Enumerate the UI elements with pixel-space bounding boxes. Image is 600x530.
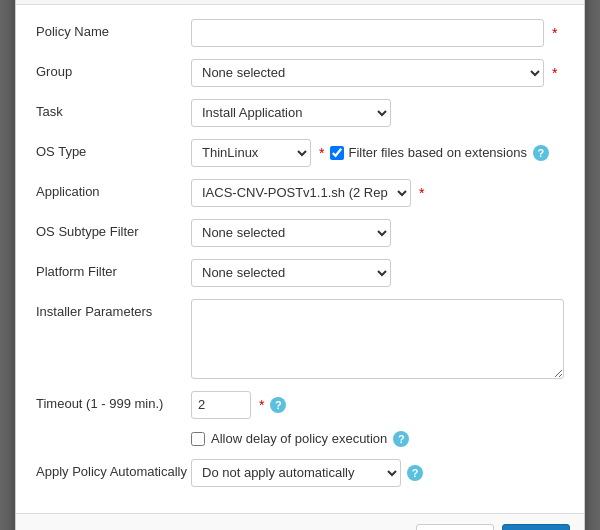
filter-label: Filter files based on extensions	[330, 145, 526, 160]
dialog: Add Standard App Policy × Policy Name * …	[15, 0, 585, 530]
policy-name-required: *	[552, 25, 557, 41]
task-select[interactable]: Install Application	[191, 99, 391, 127]
platform-filter-label: Platform Filter	[36, 259, 191, 279]
apply-policy-row: Apply Policy Automatically Do not apply …	[36, 459, 564, 487]
group-control: None selected *	[191, 59, 564, 87]
task-row: Task Install Application	[36, 99, 564, 127]
os-subtype-row: OS Subtype Filter None selected	[36, 219, 564, 247]
apply-policy-label: Apply Policy Automatically	[36, 459, 191, 479]
timeout-input[interactable]	[191, 391, 251, 419]
application-required: *	[419, 185, 424, 201]
policy-name-control: *	[191, 19, 564, 47]
os-subtype-control: None selected	[191, 219, 564, 247]
policy-name-label: Policy Name	[36, 19, 191, 39]
timeout-row: Timeout (1 - 999 min.) * ?	[36, 391, 564, 419]
apply-policy-select[interactable]: Do not apply automatically	[191, 459, 401, 487]
platform-filter-select[interactable]: None selected	[191, 259, 391, 287]
installer-params-label: Installer Parameters	[36, 299, 191, 319]
os-type-row: OS Type ThinLinux * Filter files based o…	[36, 139, 564, 167]
policy-name-row: Policy Name *	[36, 19, 564, 47]
platform-filter-row: Platform Filter None selected	[36, 259, 564, 287]
allow-delay-label: Allow delay of policy execution	[211, 431, 387, 446]
filter-checkbox-label: Filter files based on extensions	[348, 145, 526, 160]
dialog-body: Policy Name * Group None selected * Task…	[16, 5, 584, 513]
apply-policy-control: Do not apply automatically ?	[191, 459, 564, 487]
os-type-label: OS Type	[36, 139, 191, 159]
installer-params-control	[191, 299, 564, 379]
os-subtype-label: OS Subtype Filter	[36, 219, 191, 239]
application-select[interactable]: IACS-CNV-POSTv1.1.sh (2 Reposi	[191, 179, 411, 207]
timeout-control: * ?	[191, 391, 564, 419]
group-row: Group None selected *	[36, 59, 564, 87]
filter-checkbox[interactable]	[330, 146, 344, 160]
installer-params-textarea[interactable]	[191, 299, 564, 379]
cancel-button[interactable]: Cancel	[416, 524, 494, 531]
os-type-select[interactable]: ThinLinux	[191, 139, 311, 167]
application-row: Application IACS-CNV-POSTv1.1.sh (2 Repo…	[36, 179, 564, 207]
application-control: IACS-CNV-POSTv1.1.sh (2 Reposi *	[191, 179, 564, 207]
installer-params-row: Installer Parameters	[36, 299, 564, 379]
allow-delay-help-icon[interactable]: ?	[393, 431, 409, 447]
allow-delay-row: Allow delay of policy execution ?	[36, 431, 564, 447]
os-subtype-select[interactable]: None selected	[191, 219, 391, 247]
timeout-help-icon[interactable]: ?	[270, 397, 286, 413]
platform-filter-control: None selected	[191, 259, 564, 287]
group-required: *	[552, 65, 557, 81]
group-label: Group	[36, 59, 191, 79]
dialog-footer: Cancel Save	[16, 513, 584, 531]
os-type-required: *	[319, 145, 324, 161]
group-select[interactable]: None selected	[191, 59, 544, 87]
apply-policy-help-icon[interactable]: ?	[407, 465, 423, 481]
application-label: Application	[36, 179, 191, 199]
task-control: Install Application	[191, 99, 564, 127]
policy-name-input[interactable]	[191, 19, 544, 47]
timeout-label: Timeout (1 - 999 min.)	[36, 391, 191, 411]
os-type-control: ThinLinux * Filter files based on extens…	[191, 139, 564, 167]
timeout-required: *	[259, 397, 264, 413]
filter-help-icon[interactable]: ?	[533, 145, 549, 161]
task-label: Task	[36, 99, 191, 119]
save-button[interactable]: Save	[502, 524, 570, 531]
allow-delay-checkbox[interactable]	[191, 432, 205, 446]
